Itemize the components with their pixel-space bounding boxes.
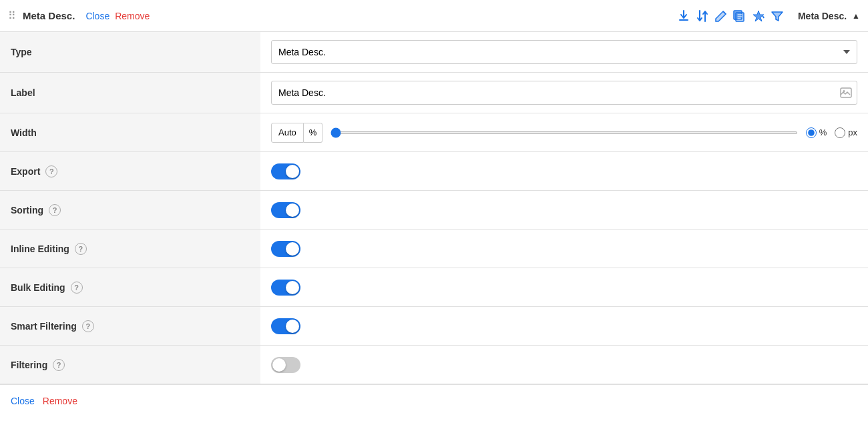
sorting-toggle-knob: [286, 203, 299, 217]
width-label: Width: [0, 113, 260, 151]
bulk-editing-value: [260, 272, 868, 304]
type-select[interactable]: Meta Desc. Text Number Date Image: [271, 40, 857, 64]
collapse-button[interactable]: ▲: [852, 11, 860, 21]
sorting-row: Sorting ?: [0, 191, 868, 230]
inline-editing-toggle-track: [271, 241, 300, 257]
width-px-radio[interactable]: [835, 127, 845, 138]
bulk-editing-help-icon[interactable]: ?: [71, 282, 83, 294]
inline-editing-label: Inline Editing ?: [0, 230, 260, 268]
settings-panel: Type Meta Desc. Text Number Date Image L…: [0, 32, 868, 384]
footer-remove-link[interactable]: Remove: [43, 396, 77, 406]
type-label: Type: [0, 32, 260, 72]
bulk-editing-toggle[interactable]: [271, 280, 300, 296]
label-input[interactable]: [271, 81, 857, 105]
label-input-wrapper: [271, 81, 857, 105]
header-close-link[interactable]: Close: [85, 11, 110, 21]
sorting-toggle-track: [271, 202, 300, 218]
bulk-editing-label: Bulk Editing ?: [0, 268, 260, 306]
sorting-toggle[interactable]: [271, 202, 300, 218]
width-auto-button[interactable]: Auto: [271, 123, 304, 143]
filtering-label: Filtering ?: [0, 346, 260, 384]
width-row: Width Auto % % px: [0, 113, 868, 152]
label-row: Label: [0, 73, 868, 113]
smart-filtering-help-icon[interactable]: ?: [82, 320, 94, 332]
filtering-toggle-track: [271, 357, 300, 373]
export-help-icon[interactable]: ?: [45, 165, 57, 177]
label-label: Label: [0, 73, 260, 113]
inline-editing-help-icon[interactable]: ?: [75, 243, 87, 255]
bulk-editing-toggle-track: [271, 280, 300, 296]
copy-icon[interactable]: [732, 9, 747, 23]
filtering-row: Filtering ?: [0, 346, 868, 384]
image-icon: [840, 87, 852, 98]
width-pct-radio-label[interactable]: %: [806, 127, 827, 138]
export-toggle[interactable]: [271, 163, 300, 179]
label-value: [260, 73, 868, 113]
inline-editing-value: [260, 233, 868, 265]
header-bar: ⠿ Meta Desc. Close Remove: [0, 0, 868, 32]
filter-funnel-icon[interactable]: [770, 9, 785, 23]
inline-editing-toggle-knob: [286, 242, 299, 256]
width-slider[interactable]: [331, 131, 797, 134]
toolbar-icons: [676, 9, 785, 23]
width-value: Auto % % px: [260, 115, 868, 151]
sorting-label: Sorting ?: [0, 191, 260, 229]
width-pct-button[interactable]: %: [304, 123, 323, 143]
footer: Close Remove: [0, 384, 868, 417]
inline-editing-toggle[interactable]: [271, 241, 300, 257]
smart-filtering-toggle[interactable]: [271, 318, 300, 334]
download-icon[interactable]: [676, 9, 691, 23]
header-right-label: Meta Desc.: [798, 11, 847, 21]
drag-handle[interactable]: ⠿: [8, 9, 16, 22]
bulk-editing-toggle-knob: [286, 281, 299, 294]
bulk-editing-row: Bulk Editing ?: [0, 268, 868, 307]
filter-star-icon[interactable]: [751, 9, 766, 23]
filtering-help-icon[interactable]: ?: [53, 359, 65, 371]
edit-icon[interactable]: [714, 9, 728, 23]
sorting-help-icon[interactable]: ?: [49, 204, 61, 216]
header-remove-link[interactable]: Remove: [115, 11, 150, 21]
export-toggle-track: [271, 163, 300, 179]
width-radio-group: % px: [806, 127, 857, 138]
svg-marker-2: [753, 11, 764, 21]
filtering-value: [260, 349, 868, 381]
inline-editing-row: Inline Editing ?: [0, 230, 868, 268]
type-row: Type Meta Desc. Text Number Date Image: [0, 32, 868, 73]
header-title: Meta Desc.: [23, 10, 75, 21]
export-label: Export ?: [0, 152, 260, 190]
type-value: Meta Desc. Text Number Date Image: [260, 32, 868, 72]
footer-close-link[interactable]: Close: [11, 396, 35, 406]
export-row: Export ?: [0, 152, 868, 191]
sort-arrows-icon[interactable]: [695, 9, 710, 23]
export-toggle-knob: [286, 165, 299, 178]
smart-filtering-toggle-track: [271, 318, 300, 334]
smart-filtering-label: Smart Filtering ?: [0, 307, 260, 345]
export-value: [260, 155, 868, 187]
filtering-toggle-knob: [272, 358, 286, 372]
smart-filtering-value: [260, 310, 868, 342]
width-pct-radio[interactable]: [806, 127, 817, 138]
smart-filtering-toggle-knob: [286, 320, 299, 333]
filtering-toggle[interactable]: [271, 357, 300, 373]
width-px-radio-label[interactable]: px: [835, 127, 857, 138]
smart-filtering-row: Smart Filtering ?: [0, 307, 868, 346]
sorting-value: [260, 194, 868, 226]
